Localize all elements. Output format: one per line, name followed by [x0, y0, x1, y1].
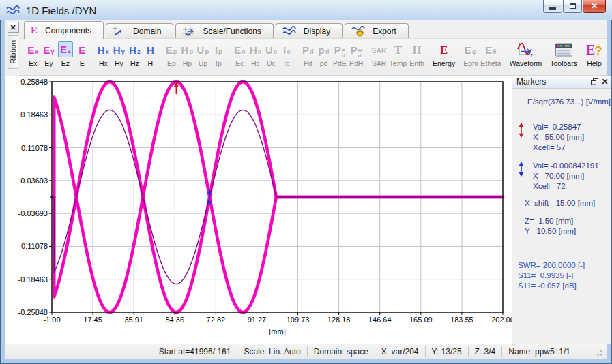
button-ep[interactable]: EpEp: [164, 40, 179, 74]
ic-field-icon: Ic: [283, 41, 290, 57]
y-tick-label: -0.18463: [18, 275, 48, 284]
tab-domain[interactable]: Domain: [106, 23, 173, 38]
x-tick-label: 91.27: [248, 316, 267, 324]
tab-display[interactable]: Display: [276, 23, 343, 38]
tab-components[interactable]: EComponents: [24, 21, 104, 39]
button-label: Hc: [251, 59, 260, 67]
toolbar-group-toolbars: Toolbars: [547, 40, 581, 74]
titlebar[interactable]: 1D Fields /DYN ✕: [0, 0, 612, 20]
restore-button[interactable]: [563, 0, 582, 13]
toolbar-group-e-components: ExExEyEyEzEzEE: [23, 40, 92, 74]
x-tick-label: 54.36: [165, 316, 184, 324]
button-label: Ip: [216, 59, 222, 67]
button-enth[interactable]: HEnth: [408, 40, 426, 74]
button-label: Hx: [99, 59, 108, 67]
ribbon-close-button[interactable]: ✕: [8, 22, 19, 33]
statusbar-item: Domain: space: [308, 347, 375, 357]
ribbon: ✕ Ribbon EComponentsDomainScale/Function…: [5, 20, 607, 76]
minimize-button[interactable]: [543, 0, 562, 13]
main-area: 0.258480.184630.110780.03693-0.03693-0.1…: [5, 76, 607, 344]
field-plot: 0.258480.184630.110780.03693-0.03693-0.1…: [5, 76, 512, 344]
button-etheta[interactable]: EθEtheta: [479, 40, 502, 74]
y-tick-label: -0.11078: [18, 242, 48, 250]
button-waveform[interactable]: tWaveform: [508, 40, 543, 74]
markers-panel-line: Xcell= 57: [533, 142, 611, 153]
resize-grip[interactable]: [593, 346, 604, 357]
button-pd[interactable]: PdPd: [300, 40, 316, 74]
curve-instantaneous: [52, 110, 503, 284]
button-hc[interactable]: HcHc: [248, 40, 263, 74]
button-pde[interactable]: PEdPdE: [332, 40, 348, 74]
enth-field-icon: H: [412, 41, 421, 57]
close-button[interactable]: ✕: [583, 0, 606, 13]
button-toolbars[interactable]: Toolbars: [549, 40, 579, 74]
statusbar-item: Scale: Lin. Auto: [237, 347, 306, 357]
result-line: SWR= 200.0000 [-]: [518, 260, 611, 271]
x-axis-label: [mm]: [269, 327, 285, 335]
button-ephi[interactable]: EφEphi: [462, 40, 479, 74]
close-panel-icon[interactable]: ✕: [600, 77, 610, 87]
button-hz[interactable]: HzHz: [127, 40, 143, 74]
button-energy[interactable]: EEnergy: [431, 40, 456, 74]
ep-field-icon: Ep: [166, 41, 177, 57]
y-tick-label: 0.18463: [20, 110, 48, 119]
hc-field-icon: Hc: [250, 41, 261, 57]
tab-label: Domain: [133, 27, 161, 36]
button-label: Ex: [29, 59, 37, 67]
button-label: Toolbars: [550, 59, 577, 67]
button-ez[interactable]: EzEz: [57, 40, 74, 74]
tab-label: Components: [45, 26, 91, 35]
button-ey[interactable]: EyEy: [41, 40, 57, 74]
tab-export[interactable]: Export: [345, 23, 409, 38]
toolbar-group-help: E?Help: [582, 40, 607, 74]
button-ip[interactable]: IpIp: [211, 40, 227, 74]
x-tick-label: 109.73: [287, 316, 310, 324]
button-ec[interactable]: EcEc: [232, 40, 248, 74]
button-up[interactable]: UpUp: [195, 40, 211, 74]
button-h[interactable]: HH: [143, 40, 158, 74]
button-e[interactable]: EE: [74, 40, 90, 74]
button-label: Ephi: [463, 59, 478, 67]
waveform-icon: t: [516, 41, 535, 57]
button-hp[interactable]: HpHp: [179, 40, 195, 74]
button-hy[interactable]: HyHy: [111, 40, 127, 74]
x-shift-readout: X_shift=-15.00 [mm]: [525, 198, 611, 209]
tab-label: Display: [304, 27, 330, 36]
button-ex[interactable]: ExEx: [25, 40, 41, 74]
y-readout: Y= 10.50 [mm]: [525, 226, 611, 237]
e-components-tab-icon: E: [31, 25, 38, 36]
button-uc[interactable]: UcUc: [263, 40, 279, 74]
pd-field-icon: Pd: [302, 41, 314, 57]
x-tick-label: 35.91: [124, 316, 143, 324]
button-pdh[interactable]: PHdPdH: [348, 40, 364, 74]
button-ic[interactable]: IcIc: [279, 40, 295, 74]
ec-field-icon: Ec: [234, 41, 245, 57]
button-help[interactable]: E?Help: [584, 40, 604, 74]
button-sar[interactable]: SARSAR: [370, 40, 388, 74]
ribbon-label: Ribbon: [8, 35, 18, 69]
button-label: Pd: [304, 59, 312, 67]
window-content: ✕ Ribbon EComponentsDomainScale/Function…: [5, 20, 607, 359]
z-readout: Z= 1.50 [mm]: [525, 216, 611, 226]
ribbon-main: EComponentsDomainScale/FunctionsDisplayE…: [20, 20, 607, 76]
statusbar-item: Z: 3/4: [469, 347, 502, 357]
button-label: Ez: [61, 59, 70, 67]
x-tick-label: 17.45: [83, 316, 102, 324]
button-pd[interactable]: pdpd: [316, 40, 332, 74]
markers-panel-line: Val= -0.000842191: [533, 161, 611, 171]
svg-text:?: ?: [594, 44, 602, 57]
float-panel-icon[interactable]: [589, 77, 600, 87]
marker1-readout: Val= 0.25847X= 55.00 [mm]Xcell= 57: [518, 122, 611, 153]
button-hx[interactable]: HxHx: [96, 40, 111, 74]
statusbar-item: X: var/204: [375, 347, 425, 357]
tab-scale-functions[interactable]: Scale/Functions: [175, 23, 273, 38]
statusbar-item: Y: 13/25: [426, 347, 468, 357]
hy-field-icon: Hy: [113, 41, 125, 57]
tab-label: Export: [373, 27, 396, 36]
app-window: 1D Fields /DYN ✕ ✕ Ribbon EComponentsDom…: [0, 0, 612, 364]
plot-canvas[interactable]: 0.258480.184630.110780.03693-0.03693-0.1…: [5, 76, 512, 344]
export-globe-tab-icon: [351, 26, 365, 37]
button-label: Temp: [390, 59, 407, 67]
button-temp[interactable]: TTemp: [388, 40, 409, 74]
button-label: H: [148, 59, 154, 67]
